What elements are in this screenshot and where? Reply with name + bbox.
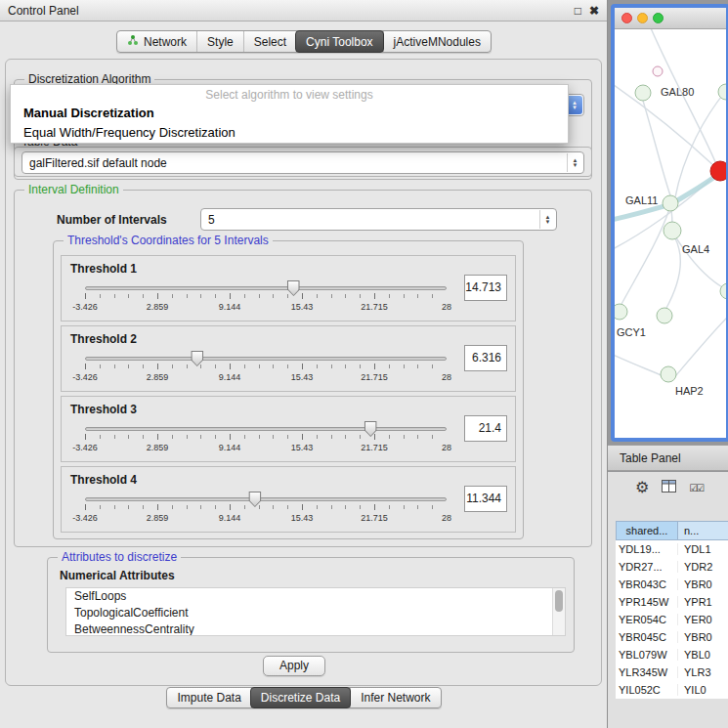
column-manager-icon[interactable] [662, 479, 676, 496]
cell[interactable]: YBL079W [616, 649, 678, 661]
option-manual-discretization[interactable]: Manual Discretization [11, 104, 568, 123]
scale-tick-label: 28 [442, 372, 451, 382]
cell[interactable]: YBL0 [678, 649, 728, 661]
threshold-3-value-field[interactable]: 21.4 [464, 415, 507, 442]
list-item[interactable]: TopologicalCoefficient [66, 605, 565, 621]
list-item[interactable]: SelfLoops [66, 588, 565, 605]
node-label-gal80[interactable]: GAL80 [661, 86, 694, 98]
threshold-1-slider[interactable]: -3.426 2.859 9.144 15.43 21.715 28 [85, 279, 447, 317]
scale-tick-label: -3.426 [72, 302, 98, 312]
threshold-4-slider[interactable]: -3.426 2.859 9.144 15.43 21.715 28 [85, 491, 447, 528]
thresholds-group: Threshold's Coordinates for 5 Intervals … [53, 240, 524, 539]
cell[interactable]: YBR0 [678, 631, 728, 643]
close-panel-icon[interactable]: ✖ [589, 4, 599, 18]
threshold-4-label: Threshold 4 [70, 473, 137, 487]
tab-select-label: Select [254, 35, 286, 49]
option-equal-width-frequency[interactable]: Equal Width/Frequency Discretization [11, 123, 568, 143]
cell[interactable]: YLR3 [678, 666, 728, 678]
network-window-titlebar [615, 8, 726, 29]
slider-track[interactable] [85, 286, 447, 290]
cell[interactable]: YIL0 [678, 684, 728, 696]
select-columns-icon[interactable]: ☑☑ [689, 483, 703, 493]
cell[interactable]: YDR2 [678, 561, 728, 573]
cell[interactable]: YDL1 [678, 543, 728, 555]
tab-network-label: Network [144, 35, 187, 49]
cell[interactable]: YDR27... [616, 561, 678, 573]
cell[interactable]: YDL19... [616, 543, 678, 555]
node-label-hap2[interactable]: HAP2 [675, 385, 704, 397]
control-panel: Control Panel □ ✖ Network Style [0, 0, 608, 728]
tab-style[interactable]: Style [196, 31, 243, 52]
top-tabstrip: Network Style Select Cyni Toolbox jActiv… [116, 30, 492, 53]
node-label-gal11[interactable]: GAL11 [625, 194, 658, 206]
slider-track[interactable] [85, 497, 447, 501]
tab-discretize-data-label: Discretize Data [261, 691, 340, 705]
tab-infer-network[interactable]: Infer Network [350, 688, 440, 707]
tab-jactivemnodules[interactable]: jActiveMNodules [383, 31, 491, 52]
scale-tick-label: 9.144 [219, 372, 241, 382]
slider-scale-labels: -3.426 2.859 9.144 15.43 21.715 28 [85, 372, 447, 383]
tab-impute-data[interactable]: Impute Data [167, 688, 250, 707]
cell[interactable]: YER054C [616, 614, 678, 625]
table-data-combobox[interactable]: galFiltered.sif default node ▲▼ [21, 151, 584, 174]
cell[interactable]: YLR345W [616, 666, 678, 678]
slider-scale-labels: -3.426 2.859 9.144 15.43 21.715 28 [85, 302, 447, 313]
threshold-1-slider-thumb[interactable] [287, 280, 300, 296]
threshold-4-slider-thumb[interactable] [248, 492, 261, 507]
threshold-2-slider-thumb[interactable] [191, 351, 203, 366]
bottom-tab-bar: Impute Data Discretize Data Infer Networ… [0, 687, 608, 708]
column-header-shared-name[interactable]: shared... [616, 521, 678, 540]
threshold-3-slider[interactable]: -3.426 2.859 9.144 15.43 21.715 28 [85, 420, 447, 457]
algorithm-placeholder-option[interactable]: Select algorithm to view settings [11, 85, 568, 104]
cell[interactable]: YBR043C [616, 578, 678, 590]
threshold-1-value-field[interactable]: 14.713 [464, 275, 507, 301]
combobox-arrows-icon: ▲▼ [567, 153, 582, 172]
zoom-traffic-light-icon[interactable] [653, 13, 664, 23]
number-of-intervals-combobox[interactable]: 5 ▲▼ [200, 208, 557, 231]
threshold-4-value-field[interactable]: 11.344 [464, 486, 507, 512]
table-row[interactable]: YBL079W YBL0 [616, 646, 728, 664]
minimize-traffic-light-icon[interactable] [637, 13, 648, 23]
tab-discretize-data[interactable]: Discretize Data [250, 687, 351, 708]
table-row[interactable]: YLR345W YLR3 [616, 664, 728, 681]
tab-jactivemnodules-label: jActiveMNodules [394, 35, 481, 49]
cell[interactable]: YIL052C [616, 684, 678, 696]
node-label-gal4[interactable]: GAL4 [682, 243, 709, 255]
cell[interactable]: YPR145W [616, 596, 678, 608]
table-row[interactable]: YBR043C YBR0 [616, 576, 728, 593]
cell[interactable]: YER0 [678, 614, 728, 625]
cell[interactable]: YBR0 [678, 578, 728, 590]
table-row[interactable]: YDL19... YDL1 [616, 540, 728, 558]
tab-select[interactable]: Select [243, 31, 296, 52]
table-row[interactable]: YDR27... YDR2 [616, 558, 728, 576]
cell[interactable]: YPR1 [678, 596, 728, 608]
table-row[interactable]: YER054C YER0 [616, 611, 728, 628]
table-row[interactable]: YIL052C YIL0 [616, 681, 728, 699]
numerical-attributes-label: Numerical Attributes [60, 569, 175, 582]
tab-cyni-toolbox[interactable]: Cyni Toolbox [295, 30, 383, 53]
apply-button[interactable]: Apply [263, 656, 325, 676]
gear-icon[interactable]: ⚙ [635, 480, 649, 495]
list-item[interactable]: BetweennessCentrality [66, 621, 565, 636]
table-row[interactable]: YPR145W YPR1 [616, 593, 728, 611]
float-panel-icon[interactable]: □ [575, 4, 581, 18]
threshold-2-box: Threshold 2 -3.426 2.859 9.144 15.43 21.… [61, 325, 516, 392]
table-row[interactable]: YBR045C YBR0 [616, 628, 728, 646]
table-panel-header: Table Panel [608, 445, 728, 471]
slider-scale-labels: -3.426 2.859 9.144 15.43 21.715 28 [85, 443, 447, 453]
node-label-gcy1[interactable]: GCY1 [617, 326, 646, 338]
threshold-2-value-field[interactable]: 6.316 [464, 345, 507, 371]
threshold-3-slider-thumb[interactable] [364, 421, 377, 437]
numerical-attributes-list[interactable]: SelfLoops TopologicalCoefficient Between… [65, 587, 566, 636]
slider-track[interactable] [85, 427, 447, 431]
tab-network[interactable]: Network [117, 31, 196, 52]
threshold-2-slider[interactable]: -3.426 2.859 9.144 15.43 21.715 28 [85, 350, 447, 387]
column-header-name[interactable]: n... [678, 521, 728, 540]
control-panel-titlebar: Control Panel □ ✖ [0, 0, 607, 21]
cell[interactable]: YBR045C [616, 631, 678, 643]
slider-track[interactable] [85, 357, 447, 361]
close-traffic-light-icon[interactable] [621, 13, 632, 23]
scrollbar-thumb[interactable] [555, 590, 563, 612]
attributes-scrollbar[interactable] [552, 588, 565, 635]
network-canvas[interactable]: GAL80 GAL11 GAL4 GCY1 HAP2 [615, 29, 726, 438]
